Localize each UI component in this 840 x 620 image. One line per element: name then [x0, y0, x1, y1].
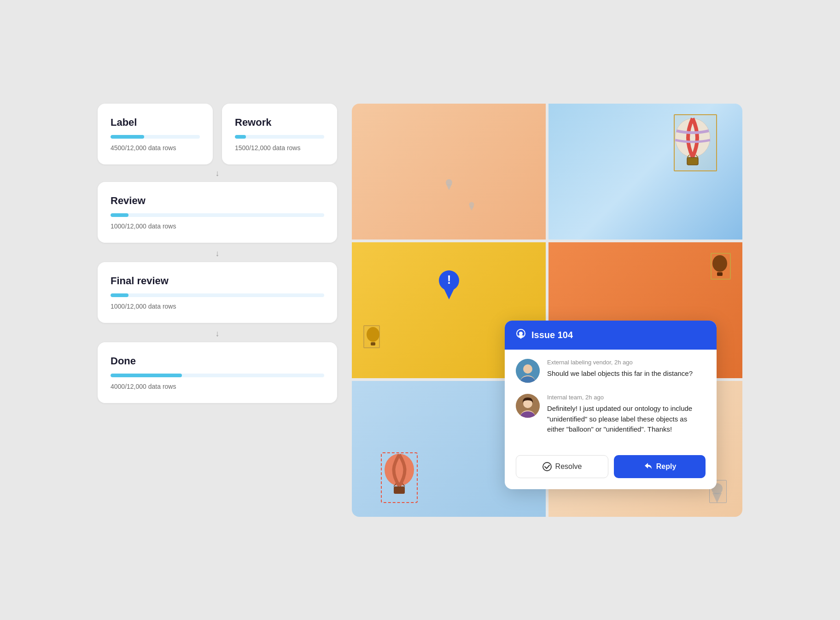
review-card-title: Review — [111, 195, 324, 207]
svg-rect-16 — [394, 486, 405, 494]
rework-card-title: Rework — [235, 117, 324, 129]
svg-point-2 — [469, 202, 474, 207]
issue-popup: Issue 104 External lab — [505, 321, 717, 489]
issue-header: Issue 104 — [505, 321, 717, 350]
arrow-3: ↓ — [98, 325, 337, 342]
comment-1: External labeling vendor, 2h ago Should … — [516, 359, 706, 383]
label-progress-bg — [111, 135, 200, 139]
done-card-meta: 4000/12,000 data rows — [111, 383, 324, 390]
comment-2-text: Definitely! I just updated our ontology … — [547, 404, 706, 435]
label-card-meta: 4500/12,000 data rows — [111, 144, 200, 152]
svg-marker-3 — [469, 206, 474, 211]
review-progress-bg — [111, 213, 324, 217]
left-panel: Label 4500/12,000 data rows Rework 1500/… — [98, 104, 337, 405]
review-card-meta: 1000/12,000 data rows — [111, 222, 324, 230]
svg-point-11 — [367, 327, 379, 342]
label-card-title: Label — [111, 117, 200, 129]
done-card: Done 4000/12,000 data rows — [98, 342, 337, 403]
issue-actions: Resolve Reply — [505, 455, 717, 489]
label-progress-fill — [111, 135, 144, 139]
reply-label: Reply — [656, 462, 677, 471]
issue-body: External labeling vendor, 2h ago Should … — [505, 350, 717, 455]
comment-2-meta: Internal team, 2h ago — [547, 394, 706, 401]
pin-marker-1 — [445, 178, 453, 190]
rework-card-meta: 1500/12,000 data rows — [235, 144, 324, 152]
svg-point-30 — [543, 462, 551, 471]
svg-rect-12 — [371, 342, 375, 345]
final-review-progress-fill — [111, 293, 128, 297]
comment-2: Internal team, 2h ago Definitely! I just… — [516, 394, 706, 435]
svg-point-25 — [519, 332, 523, 335]
arrow-2: ↓ — [98, 245, 337, 262]
balloon-outline-box-1 — [674, 114, 717, 171]
done-card-title: Done — [111, 355, 324, 367]
rework-card: Rework 1500/12,000 data rows — [222, 104, 337, 164]
comment-2-content: Internal team, 2h ago Definitely! I just… — [547, 394, 706, 435]
issue-title: Issue 104 — [531, 330, 573, 340]
balloon-small-yellow — [365, 326, 381, 348]
avatar-male — [516, 359, 540, 383]
comment-1-content: External labeling vendor, 2h ago Should … — [547, 359, 693, 383]
resolve-button[interactable]: Resolve — [516, 455, 608, 478]
review-card: Review 1000/12,000 data rows — [98, 182, 337, 243]
final-review-card-title: Final review — [111, 275, 324, 287]
svg-point-15 — [385, 454, 414, 486]
balloon-blue-cell — [381, 452, 418, 503]
final-review-card-meta: 1000/12,000 data rows — [111, 303, 324, 310]
comment-1-text: Should we label objects this far in the … — [547, 368, 693, 379]
svg-marker-22 — [712, 493, 722, 503]
done-progress-bg — [111, 374, 324, 377]
avatar-female — [516, 394, 540, 418]
resolve-label: Resolve — [555, 462, 582, 471]
main-container: Label 4500/12,000 data rows Rework 1500/… — [98, 104, 742, 517]
grid-cell-1 — [352, 104, 546, 240]
top-row: Label 4500/12,000 data rows Rework 1500/… — [98, 104, 337, 164]
checkmark-icon — [542, 462, 552, 471]
svg-point-13 — [712, 255, 727, 272]
grid-cell-2 — [548, 104, 742, 240]
pin-marker-2 — [468, 201, 475, 211]
svg-point-27 — [523, 364, 532, 374]
balloon-small-orange — [711, 254, 729, 279]
review-progress-fill — [111, 213, 128, 217]
rework-progress-fill — [235, 135, 246, 139]
svg-rect-14 — [717, 272, 723, 276]
issue-pin-icon — [516, 329, 526, 341]
arrow-1: ↓ — [98, 164, 337, 182]
svg-marker-10 — [443, 288, 455, 299]
label-card: Label 4500/12,000 data rows — [98, 104, 213, 164]
right-panel: ! — [352, 104, 742, 517]
done-progress-fill — [111, 374, 182, 377]
rework-progress-bg — [235, 135, 324, 139]
reply-icon — [643, 462, 653, 471]
issue-pin-blue: ! — [438, 269, 461, 299]
final-review-card: Final review 1000/12,000 data rows — [98, 262, 337, 323]
svg-text:!: ! — [447, 273, 451, 287]
comment-1-meta: External labeling vendor, 2h ago — [547, 359, 693, 366]
svg-marker-1 — [446, 184, 452, 190]
reply-button[interactable]: Reply — [614, 455, 706, 478]
final-review-progress-bg — [111, 293, 324, 297]
